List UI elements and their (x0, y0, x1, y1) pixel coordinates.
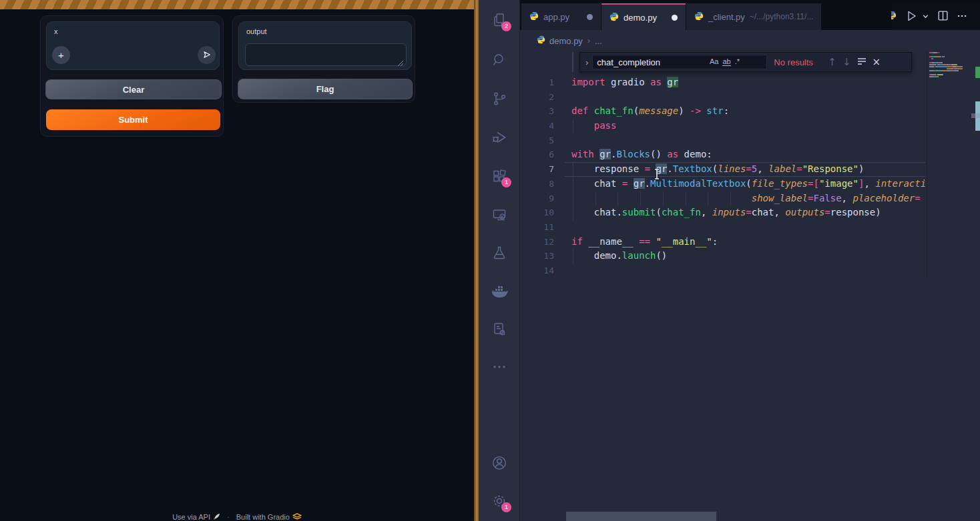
find-in-selection-button[interactable] (857, 56, 867, 68)
run-dropdown-chevron-icon[interactable] (922, 12, 929, 22)
minimap-line (929, 70, 972, 71)
input-group: x + Clear Submit (40, 15, 224, 137)
find-input[interactable] (592, 55, 767, 69)
output-group: output Flag (232, 15, 415, 103)
explorer-icon[interactable]: 2 (479, 4, 520, 36)
use-via-api-link[interactable]: Use via API (172, 513, 210, 521)
settings-gear-icon[interactable]: 1 (479, 485, 520, 517)
close-find-button[interactable]: × (873, 56, 881, 68)
minimap-line (929, 56, 972, 57)
minimap-line (929, 72, 972, 73)
dirty-indicator-icon[interactable] (587, 14, 593, 20)
line-number: 13 (520, 249, 554, 264)
line-number: 5 (520, 133, 554, 148)
account-icon[interactable] (479, 447, 520, 479)
line-number: 2 (520, 90, 554, 105)
find-previous-button[interactable]: ↑ (828, 56, 836, 68)
toggle-replace-chevron-icon[interactable]: › (580, 57, 592, 67)
attach-file-button[interactable]: + (52, 46, 70, 64)
code-line-content: import gradio as gr (571, 75, 678, 90)
code-line: 1import gradio as gr (520, 75, 925, 90)
more-views-icon[interactable] (479, 351, 520, 383)
run-debug-icon[interactable] (479, 121, 520, 153)
explorer-badge: 2 (501, 21, 511, 31)
clipped-python-icon (891, 11, 897, 23)
code-line: 13 demo.launch() (520, 249, 925, 264)
code-line: 4 pass (520, 119, 925, 133)
code-line-content: if __name__ == "__main__": (571, 235, 718, 249)
docker-icon[interactable] (479, 276, 520, 308)
find-next-button[interactable]: ↓ (842, 56, 851, 68)
line-number: 4 (520, 119, 554, 133)
code-runner-icon[interactable] (479, 314, 520, 346)
tab-path-description: ~/.../python3.11/... (750, 12, 814, 21)
split-editor-button[interactable] (937, 10, 949, 23)
code-line: 8 chat = gr.MultimodalTextbox(file_types… (520, 177, 925, 191)
code-line: 3def chat_fn(message) -> str: (520, 104, 925, 119)
run-file-button[interactable] (905, 9, 929, 25)
clear-button[interactable]: Clear (45, 79, 222, 99)
code-line-content: chat.submit(chat_fn, inputs=chat, output… (571, 205, 881, 220)
loading-progress-bar (0, 0, 474, 9)
code-line: 6with gr.Blocks() as demo: (520, 147, 925, 162)
remote-explorer-icon[interactable] (479, 199, 520, 231)
code-line: 5 (520, 133, 925, 148)
output-textarea[interactable] (245, 43, 407, 66)
python-file-icon (694, 11, 704, 23)
more-actions-button[interactable] (957, 11, 967, 23)
extensions-icon[interactable]: 1 (479, 160, 520, 192)
line-number: 14 (520, 264, 554, 278)
submit-button[interactable]: Submit (46, 109, 220, 130)
code-line-content: response = gr.Textbox(lines=5, label="Re… (571, 162, 864, 177)
line-number: 6 (520, 147, 554, 162)
send-button[interactable] (198, 46, 216, 64)
whole-word-toggle[interactable]: ab (722, 57, 730, 66)
breadcrumb-file[interactable]: demo.py (549, 36, 583, 46)
code-editor[interactable]: 1import gradio as gr23def chat_fn(messag… (520, 75, 925, 289)
find-results-status: No results (774, 57, 822, 67)
ellipsis-icon (957, 11, 967, 23)
tab-demo-py[interactable]: demo.py (601, 3, 686, 30)
footer-separator: · (227, 513, 230, 521)
breadcrumb[interactable]: demo.py › ... (537, 34, 602, 47)
line-number: 3 (520, 104, 554, 119)
breadcrumb-symbol[interactable]: ... (595, 36, 602, 46)
resize-handle-icon[interactable] (397, 57, 404, 69)
extensions-badge: 1 (501, 177, 511, 187)
line-number: 8 (520, 177, 554, 191)
dirty-indicator-icon[interactable] (672, 15, 678, 21)
line-number: 10 (520, 205, 554, 220)
minimap-line (929, 58, 972, 59)
tab-bar: app.py demo.py _client.py ~/.../python3.… (520, 0, 980, 30)
search-icon[interactable] (479, 44, 520, 76)
screen: x + Clear Submit output Flag (0, 0, 980, 521)
regex-toggle[interactable]: .* (735, 57, 740, 66)
testing-icon[interactable] (479, 237, 520, 269)
play-icon (905, 9, 918, 25)
tab-app-py[interactable]: app.py (521, 3, 601, 30)
python-file-icon (609, 12, 619, 23)
gradio-logo-icon (290, 513, 302, 521)
minimap-line (929, 76, 972, 77)
settings-badge: 1 (501, 502, 511, 512)
gradio-app-panel: x + Clear Submit output Flag (0, 0, 474, 521)
minimap-line (929, 64, 972, 65)
find-widget-sash[interactable] (572, 52, 573, 72)
activity-bar: 2 1 (479, 0, 520, 521)
code-line: 10 chat.submit(chat_fn, inputs=chat, out… (520, 205, 925, 220)
tab-client-py[interactable]: _client.py ~/.../python3.11/... (686, 3, 821, 30)
input-label: x (54, 27, 58, 35)
minimap-line (929, 52, 972, 53)
flag-button[interactable]: Flag (238, 79, 413, 99)
send-icon (202, 50, 212, 61)
code-line-content: chat = gr.MultimodalTextbox(file_types=[… (571, 177, 925, 191)
horizontal-scrollbar[interactable] (566, 512, 716, 521)
source-control-icon[interactable] (479, 83, 520, 115)
built-with-gradio-link[interactable]: Built with Gradio (236, 513, 290, 521)
overview-ruler-slider[interactable] (971, 113, 980, 118)
gradio-footer: Use via API · Built with Gradio (0, 513, 474, 521)
multimodal-textbox[interactable]: x + (46, 21, 220, 70)
match-case-toggle[interactable]: Aa (710, 57, 718, 66)
output-label: output (246, 27, 267, 35)
minimap[interactable] (927, 51, 972, 278)
